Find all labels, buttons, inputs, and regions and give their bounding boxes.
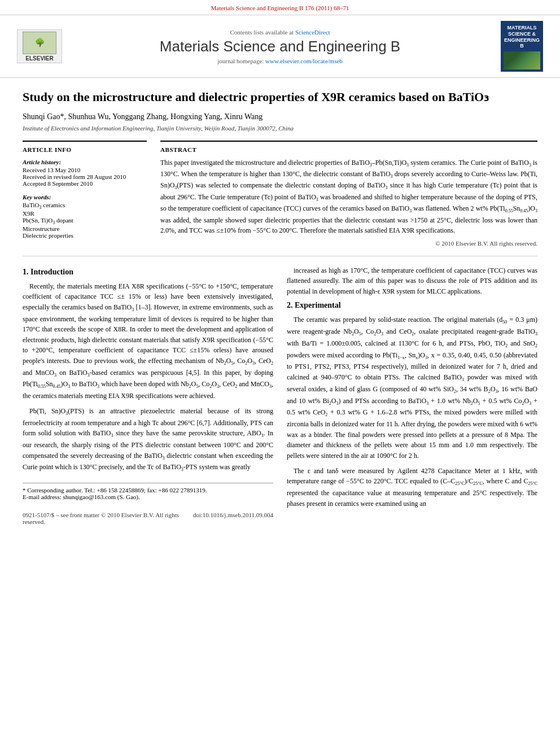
- keywords-label: Key words:: [23, 194, 51, 200]
- logo-image: [504, 51, 540, 69]
- keyword-4: Microstructure: [23, 225, 147, 232]
- doi-info: doi:10.1016/j.mseb.2011.09.004: [193, 512, 273, 525]
- footnote-area: * Corresponding author. Tel.: +86 158 22…: [23, 483, 273, 500]
- section2-heading: 2. Experimental: [287, 301, 537, 310]
- copyright-line: © 2010 Elsevier B.V. All rights reserved…: [160, 240, 537, 247]
- abstract-column: Abstract This paper investigated the mic…: [160, 141, 537, 247]
- journal-homepage-link[interactable]: www.elsevier.com/locate/mseb: [265, 58, 343, 64]
- body-right-text: increased as high as 170°C, the temperat…: [287, 265, 537, 297]
- article-info-abstract-section: Article info Article history: Received 1…: [23, 141, 537, 247]
- keyword-2: X9R: [23, 210, 147, 217]
- elsevier-text: ELSEVIER: [25, 55, 53, 62]
- logo-title: MATERIALS SCIENCE & ENGINEERING B: [504, 25, 540, 49]
- paper-affiliation: Institute of Electronics and Information…: [23, 125, 537, 132]
- experimental-paragraph-2: The ε and tanδ were measured by Agilent …: [287, 466, 537, 509]
- homepage-line: journal homepage: www.elsevier.com/locat…: [68, 58, 492, 64]
- keywords-section: Key words: BaTiO3 ceramics X9R Pb(Sn, Ti…: [23, 193, 147, 239]
- elsevier-logo-area: 🌳 ELSEVIER: [17, 29, 68, 63]
- keyword-3: Pb(Sn, Ti)O3 dopant: [23, 217, 147, 225]
- center-header-info: Contents lists available at ScienceDirec…: [68, 29, 492, 64]
- experimental-text: The ceramic was prepared by solid-state …: [287, 314, 537, 509]
- footnote-email: E-mail address: shunqigao@163.com (S. Ga…: [23, 493, 273, 500]
- body-text-section: 1. Introduction Recently, the materials …: [23, 265, 537, 526]
- contents-available-line: Contents lists available at ScienceDirec…: [68, 29, 492, 36]
- accepted-date: Accepted 8 September 2010: [23, 180, 147, 187]
- main-content: Study on the microstructure and dielectr…: [0, 78, 560, 536]
- body-intro-text: Recently, the materials meeting EIA X8R …: [23, 281, 273, 474]
- sciencedirect-link[interactable]: ScienceDirect: [295, 29, 330, 36]
- received-date-1: Received 13 May 2010: [23, 167, 147, 173]
- bottom-info: 0921-5107/$ – see front matter © 2010 El…: [23, 512, 273, 525]
- journal-right-logo-area: MATERIALS SCIENCE & ENGINEERING B: [492, 21, 543, 72]
- experimental-paragraph-1: The ceramic was prepared by solid-state …: [287, 314, 537, 461]
- journal-header: 🌳 ELSEVIER Contents lists available at S…: [0, 15, 560, 78]
- article-history: Article history: Received 13 May 2010 Re…: [23, 158, 147, 187]
- section1-heading: 1. Introduction: [23, 268, 273, 277]
- keyword-1: BaTiO3 ceramics: [23, 202, 147, 210]
- right-paragraph-1: increased as high as 170°C, the temperat…: [287, 265, 537, 297]
- body-left-column: 1. Introduction Recently, the materials …: [23, 265, 273, 526]
- body-right-column: increased as high as 170°C, the temperat…: [287, 265, 537, 526]
- issn-info: 0921-5107/$ – see front matter © 2010 El…: [23, 512, 193, 525]
- history-label: Article history:: [23, 159, 61, 165]
- received-date-2: Received in revised form 28 August 2010: [23, 173, 147, 180]
- abstract-heading: Abstract: [160, 146, 537, 153]
- journal-title: Materials Science and Engineering B: [68, 38, 492, 55]
- section-divider: [23, 256, 537, 256]
- paper-title: Study on the microstructure and dielectr…: [23, 89, 537, 106]
- article-info-heading: Article info: [23, 146, 147, 153]
- article-info-column: Article info Article history: Received 1…: [23, 141, 147, 247]
- journal-reference[interactable]: Materials Science and Engineering B 176 …: [211, 5, 349, 11]
- elsevier-logo: 🌳 ELSEVIER: [17, 29, 62, 63]
- footnote-star: * Corresponding author. Tel.: +86 158 22…: [23, 487, 273, 493]
- keyword-5: Dielectric properties: [23, 232, 147, 239]
- paper-authors: Shunqi Gao*, Shunhua Wu, Yonggang Zhang,…: [23, 112, 537, 121]
- abstract-text: This paper investigated the microstructu…: [160, 158, 537, 235]
- intro-paragraph-2: Pb(Ti, Sn)O3(PTS) is an attractive piezo…: [23, 406, 273, 474]
- intro-paragraph-1: Recently, the materials meeting EIA X8R …: [23, 281, 273, 401]
- top-bar: Materials Science and Engineering B 176 …: [0, 0, 560, 15]
- journal-logo-box: MATERIALS SCIENCE & ENGINEERING B: [501, 21, 543, 72]
